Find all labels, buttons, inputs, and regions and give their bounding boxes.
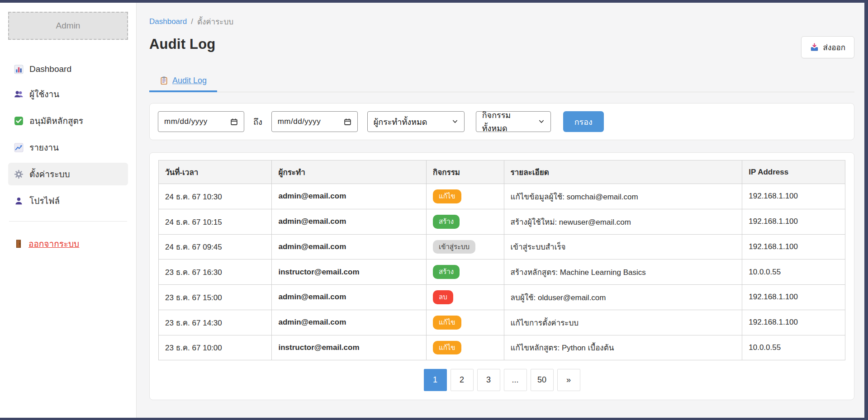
date-from-input[interactable]: mm/dd/yyyy: [158, 111, 244, 132]
cell-activity: แก้ไข: [427, 184, 504, 209]
cell-datetime: 23 ธ.ค. 67 16:30: [159, 260, 272, 285]
sidebar-item-1[interactable]: ผู้ใช้งาน: [8, 83, 128, 105]
logo-placeholder: Admin: [8, 12, 128, 40]
audit-table-card: วันที่-เวลาผู้กระทำกิจกรรมรายละเอียดIP A…: [149, 152, 854, 400]
date-to-placeholder: mm/dd/yyyy: [278, 117, 321, 126]
breadcrumb-dashboard-link[interactable]: Dashboard: [149, 17, 187, 26]
cell-actor: instructor@email.com: [272, 260, 427, 285]
cell-detail: สร้างหลักสูตร: Machine Learning Basics: [504, 260, 742, 285]
chevron-down-icon: [538, 118, 545, 125]
breadcrumb: Dashboard / ตั้งค่าระบบ: [149, 15, 854, 28]
export-button-label: ส่งออก: [823, 41, 845, 53]
cell-ip: 192.168.1.100: [742, 285, 845, 310]
filter-bar: mm/dd/yyyy ถึง mm/dd/yyyy ผู้กระทำทั้งหม…: [149, 103, 854, 140]
sidebar-item-5[interactable]: โปรไฟล์: [8, 189, 128, 212]
actor-select[interactable]: ผู้กระทำทั้งหมด: [367, 111, 465, 132]
actor-select-value: ผู้กระทำทั้งหมด: [374, 115, 427, 128]
sidebar-item-0[interactable]: Dashboard: [8, 60, 128, 79]
cell-actor: admin@email.com: [272, 184, 427, 209]
activity-badge: สร้าง: [433, 215, 460, 229]
check-icon: [14, 116, 24, 126]
pagination-next-button[interactable]: »: [557, 369, 580, 391]
cell-datetime: 23 ธ.ค. 67 14:30: [159, 310, 272, 335]
activity-badge: แก้ไข: [433, 341, 461, 355]
sidebar-item-label: โปรไฟล์: [29, 194, 60, 208]
cell-ip: 192.168.1.100: [742, 234, 845, 260]
breadcrumb-current: ตั้งค่าระบบ: [197, 15, 233, 28]
sidebar-item-label: ตั้งค่าระบบ: [29, 167, 70, 181]
column-header: วันที่-เวลา: [159, 160, 272, 184]
cell-datetime: 24 ธ.ค. 67 09:45: [159, 234, 272, 260]
tab-audit-log[interactable]: Audit Log: [149, 76, 217, 92]
date-range-to-label: ถึง: [251, 115, 265, 128]
calendar-icon[interactable]: [230, 118, 238, 126]
sidebar-item-2[interactable]: อนุมัติหลักสูตร: [8, 109, 128, 132]
activity-badge: แก้ไข: [433, 316, 461, 330]
cell-datetime: 23 ธ.ค. 67 10:00: [159, 335, 272, 360]
tab-label: Audit Log: [172, 76, 207, 85]
cell-actor: admin@email.com: [272, 234, 427, 260]
calendar-icon[interactable]: [344, 118, 351, 126]
sidebar-item-label: Dashboard: [29, 64, 71, 74]
pagination-page-3[interactable]: 3: [477, 369, 500, 391]
date-from-placeholder: mm/dd/yyyy: [164, 117, 208, 126]
cell-ip: 192.168.1.100: [742, 209, 845, 234]
clipboard-icon: [160, 76, 168, 85]
cell-activity: สร้าง: [427, 209, 504, 234]
chart-increasing-icon: [14, 143, 24, 152]
cell-datetime: 24 ธ.ค. 67 10:15: [159, 209, 272, 234]
gear-icon: [14, 170, 24, 179]
sidebar-item-3[interactable]: รายงาน: [8, 136, 128, 159]
logo-text: Admin: [56, 21, 81, 31]
door-icon: [14, 239, 23, 248]
pagination-page-50[interactable]: 50: [531, 369, 554, 391]
export-button[interactable]: ส่งออก: [801, 36, 854, 58]
cell-ip: 192.168.1.100: [742, 310, 845, 335]
logout-link[interactable]: ออกจากระบบ: [14, 237, 79, 250]
person-icon: [14, 196, 24, 206]
table-row: 24 ธ.ค. 67 10:15admin@email.comสร้างสร้า…: [159, 209, 845, 234]
activity-badge: แก้ไข: [433, 189, 461, 203]
activity-badge: สร้าง: [433, 265, 460, 279]
filter-button[interactable]: กรอง: [563, 111, 604, 132]
logout-label: ออกจากระบบ: [28, 237, 79, 250]
table-header-row: วันที่-เวลาผู้กระทำกิจกรรมรายละเอียดIP A…: [159, 160, 845, 184]
activity-badge: ลบ: [433, 290, 453, 304]
main-content: Dashboard / ตั้งค่าระบบ Audit Log ส่งออก…: [137, 3, 864, 418]
table-row: 23 ธ.ค. 67 14:30admin@email.comแก้ไขแก้ไ…: [159, 310, 845, 335]
cell-detail: สร้างผู้ใช้ใหม่: newuser@email.com: [504, 209, 742, 234]
page-title: Audit Log: [149, 36, 215, 52]
app-window: Admin Dashboardผู้ใช้งานอนุมัติหลักสูตรร…: [0, 3, 864, 418]
activity-badge: เข้าสู่ระบบ: [433, 240, 475, 254]
cell-actor: admin@email.com: [272, 285, 427, 310]
cell-detail: แก้ไขการตั้งค่าระบบ: [504, 310, 742, 335]
sidebar-item-label: อนุมัติหลักสูตร: [29, 114, 83, 127]
cell-ip: 10.0.0.55: [742, 335, 845, 360]
sidebar: Admin Dashboardผู้ใช้งานอนุมัติหลักสูตรร…: [0, 3, 137, 418]
sidebar-nav: Dashboardผู้ใช้งานอนุมัติหลักสูตรรายงานต…: [8, 60, 128, 212]
pagination: 123...50»: [158, 369, 845, 391]
bar-chart-icon: [14, 65, 24, 74]
tab-bar: Audit Log: [149, 76, 854, 92]
sidebar-item-label: รายงาน: [29, 141, 59, 154]
activity-select[interactable]: กิจกรรมทั้งหมด: [476, 111, 551, 132]
cell-actor: instructor@email.com: [272, 335, 427, 360]
cell-activity: เข้าสู่ระบบ: [427, 234, 504, 260]
cell-activity: ลบ: [427, 285, 504, 310]
column-header: IP Address: [742, 160, 845, 184]
chevron-down-icon: [452, 118, 458, 125]
pagination-page-...[interactable]: ...: [504, 369, 527, 391]
table-row: 23 ธ.ค. 67 10:00instructor@email.comแก้ไ…: [159, 335, 845, 360]
cell-datetime: 24 ธ.ค. 67 10:30: [159, 184, 272, 209]
sidebar-divider: [9, 221, 127, 222]
table-row: 24 ธ.ค. 67 09:45admin@email.comเข้าสู่ระ…: [159, 234, 845, 260]
breadcrumb-separator: /: [191, 17, 193, 26]
pagination-page-2[interactable]: 2: [451, 369, 474, 391]
table-row: 23 ธ.ค. 67 15:00admin@email.comลบลบผู้ใช…: [159, 285, 845, 310]
cell-activity: แก้ไข: [427, 310, 504, 335]
sidebar-item-4[interactable]: ตั้งค่าระบบ: [8, 163, 128, 185]
column-header: กิจกรรม: [427, 160, 504, 184]
date-to-input[interactable]: mm/dd/yyyy: [271, 111, 358, 132]
cell-ip: 192.168.1.100: [742, 184, 845, 209]
pagination-page-1[interactable]: 1: [424, 369, 447, 391]
